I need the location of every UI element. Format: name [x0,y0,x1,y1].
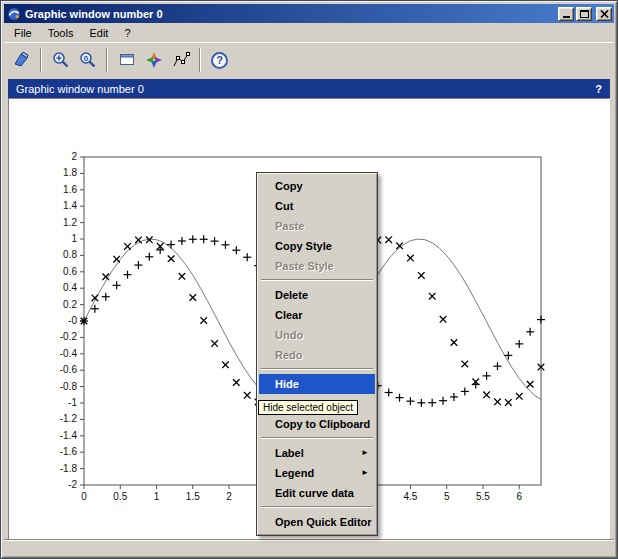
app-window: Graphic window number 0 File Tools Edit … [0,0,618,559]
svg-text:0.5: 0.5 [113,491,127,502]
svg-text:-1: -1 [68,397,77,408]
figure-window-icon [117,50,137,70]
zoom-in-button[interactable] [47,47,74,74]
help-icon: ? [211,52,228,69]
menu-separator [261,368,373,370]
menu-item-copy[interactable]: Copy [259,176,375,196]
svg-text:5.5: 5.5 [476,491,490,502]
menu-separator [261,437,373,439]
tooltip: Hide selected object [258,400,358,415]
menu-item-undo: Undo [259,325,375,345]
help-button[interactable]: ? [206,47,233,74]
svg-text:0.8: 0.8 [63,249,77,260]
svg-text:-1.8: -1.8 [60,463,78,474]
svg-text:0.6: 0.6 [63,266,77,277]
svg-text:1.4: 1.4 [63,200,77,211]
edit-graph-button[interactable] [167,47,194,74]
svg-text:2: 2 [226,491,232,502]
svg-text:-0.6: -0.6 [60,364,78,375]
submenu-arrow-icon: ► [361,443,369,463]
title-bar[interactable]: Graphic window number 0 [4,4,614,23]
menu-item-legend[interactable]: Legend► [259,463,375,483]
menu-item-paste: Paste [259,216,375,236]
zoom-reset-button[interactable]: 0 [74,47,101,74]
print-button[interactable] [8,47,35,74]
maximize-icon [580,10,589,18]
window-title: Graphic window number 0 [25,8,554,20]
svg-text:0.2: 0.2 [63,299,77,310]
svg-text:1: 1 [154,491,160,502]
menu-item-paste-style: Paste Style [259,256,375,276]
menu-item-copy-to-clipboard[interactable]: Copy to Clipboard [259,414,375,434]
svg-text:-2: -2 [68,479,77,490]
toolbar-separator [106,48,108,72]
menu-item-copy-style[interactable]: Copy Style [259,236,375,256]
close-button[interactable] [596,7,612,21]
zoom-in-icon [51,50,71,70]
close-icon [600,10,609,18]
figure-window-button[interactable] [113,47,140,74]
svg-text:-1.4: -1.4 [60,430,78,441]
svg-text:-0.2: -0.2 [60,331,78,342]
edit-graph-icon [171,50,191,70]
svg-text:1.5: 1.5 [186,491,200,502]
print-icon [12,50,32,70]
svg-text:0: 0 [81,491,87,502]
toolbar-separator [40,48,42,72]
svg-text:5: 5 [444,491,450,502]
menu-item-label[interactable]: Label► [259,443,375,463]
rotate-3d-icon [144,50,164,70]
menu-item-redo: Redo [259,345,375,365]
menu-edit[interactable]: Edit [81,25,116,41]
zoom-reset-icon: 0 [78,50,98,70]
minimize-icon [563,16,570,18]
menu-item-clear[interactable]: Clear [259,305,375,325]
context-menu: Copy Cut Paste Copy Style Paste Style De… [256,172,378,536]
svg-text:1: 1 [71,233,77,244]
rotate-3d-button[interactable] [140,47,167,74]
menu-file[interactable]: File [6,25,40,41]
svg-text:-0.4: -0.4 [60,348,78,359]
menu-item-edit-curve-data[interactable]: Edit curve data [259,483,375,503]
svg-text:0.4: 0.4 [63,282,77,293]
menu-item-delete[interactable]: Delete [259,285,375,305]
svg-text:1.6: 1.6 [63,184,77,195]
svg-text:2: 2 [71,151,77,162]
figure-header-title: Graphic window number 0 [16,83,595,95]
menu-tools[interactable]: Tools [40,25,82,41]
menu-help[interactable]: ? [116,25,138,41]
minimize-button[interactable] [558,7,574,21]
svg-text:-1.6: -1.6 [60,446,78,457]
status-bar [4,539,614,555]
submenu-arrow-icon: ► [361,463,369,483]
menu-item-hide[interactable]: Hide [259,374,375,394]
svg-text:-0.8: -0.8 [60,381,78,392]
svg-text:1.8: 1.8 [63,167,77,178]
menu-item-open-quick-editor[interactable]: Open Quick Editor [259,512,375,532]
app-icon [7,7,21,21]
svg-text:1.2: 1.2 [63,217,77,228]
svg-text:-0: -0 [68,315,77,326]
menu-item-cut[interactable]: Cut [259,196,375,216]
svg-text:0: 0 [83,54,88,63]
svg-text:-1.2: -1.2 [60,413,78,424]
toolbar: 0 [4,42,614,77]
menu-separator [261,506,373,508]
menu-bar: File Tools Edit ? [4,23,614,42]
svg-text:6: 6 [516,491,522,502]
menu-separator [261,279,373,281]
figure-header: Graphic window number 0 ? [8,79,610,98]
maximize-button[interactable] [576,7,592,21]
svg-text:4.5: 4.5 [403,491,417,502]
toolbar-separator [199,48,201,72]
figure-help-icon[interactable]: ? [595,83,602,95]
